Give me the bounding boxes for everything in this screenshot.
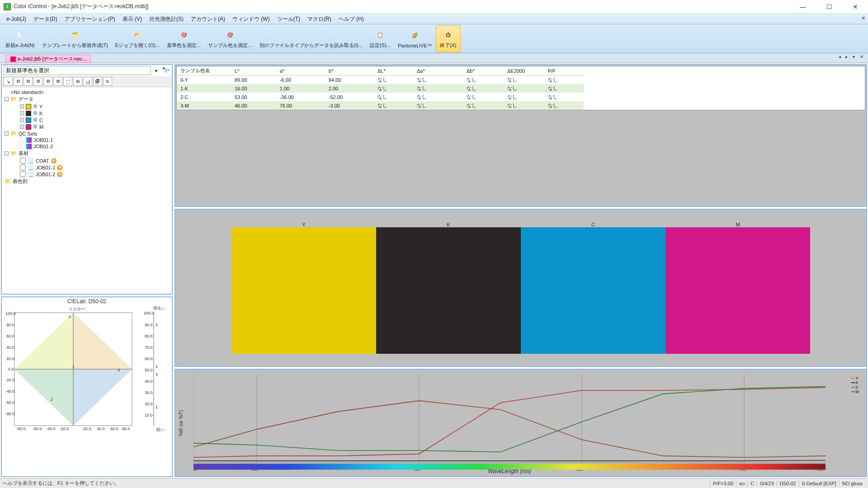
- tree-sub-job01-1[interactable]: 📃JOB01-1✖: [5, 164, 169, 171]
- cielab-l-bar[interactable]: 100.090.080.070.060.050.040.030.020.010.…: [144, 308, 164, 430]
- svg-text:60.0: 60.0: [145, 357, 153, 361]
- svg-text:20.0: 20.0: [145, 402, 153, 406]
- svg-text:90.0: 90.0: [145, 323, 153, 327]
- menu-help[interactable]: ヘルプ (H): [335, 14, 368, 24]
- menu-window[interactable]: ウィンドウ (W): [229, 14, 274, 24]
- tb-import-other[interactable]: 別のファイルタイプからデータを読み取る(I)...: [256, 25, 367, 52]
- tb-measure-sample[interactable]: 🎯サンプル色を測定...: [204, 25, 255, 52]
- tb-open-ejob[interactable]: 📂Eジョブを開く(O)...: [112, 25, 163, 52]
- svg-text:40.0: 40.0: [145, 379, 153, 384]
- svg-rect-46: [193, 374, 826, 463]
- standard-tree[interactable]: <No standard> -データ +⚙Y +⚙K +⚙C +⚙M -QC S…: [2, 87, 172, 294]
- cielab-top-label: イエロー: [69, 306, 85, 312]
- mb-btn-6[interactable]: ⧉: [53, 77, 62, 86]
- mb-btn-3[interactable]: ⧉: [24, 77, 33, 86]
- color-swatch[interactable]: [521, 227, 665, 354]
- standard-selector-panel: ▾ 🔭 ↘ ⧉ ⧉ ⧉ ⧉ ⧉ ⬚ ✉ 📊 🗐 ↻ <No standard> …: [1, 64, 173, 295]
- table-row[interactable]: 1-K16.001.002.00なしなしなしなしなし: [177, 84, 584, 93]
- mdi-close-icon[interactable]: ×: [862, 14, 865, 22]
- mb-btn-5[interactable]: ⧉: [43, 77, 52, 86]
- menu-application[interactable]: アプリケーション(P): [61, 14, 119, 24]
- window-close[interactable]: ✕: [846, 1, 864, 12]
- svg-text:30.0: 30.0: [145, 390, 153, 395]
- color-swatch-panel: YKCM: [175, 209, 867, 367]
- pantone-icon: 🌈: [409, 29, 421, 42]
- doc-tab-label: e-Job2.jb5 [データベース=eo...: [18, 56, 86, 62]
- svg-text:-80.0: -80.0: [16, 427, 26, 430]
- color-swatch[interactable]: [665, 227, 810, 354]
- target-sample-icon: 🎯: [224, 28, 236, 41]
- menu-spectro[interactable]: 分光測色計(S): [146, 14, 187, 24]
- svg-text:-60.0: -60.0: [5, 400, 15, 405]
- svg-text:3: 3: [118, 368, 120, 372]
- color-swatch[interactable]: [231, 227, 376, 354]
- tab-nav-glyphs[interactable]: ◂ ▸ ▾ ✕: [839, 54, 865, 59]
- window-maximize[interactable]: ☐: [820, 1, 838, 12]
- binoculars-icon[interactable]: 🔭: [161, 67, 170, 74]
- table-row[interactable]: 0-Y89.00-6.0094.00なしなしなしなしなし: [177, 75, 584, 84]
- menu-macro[interactable]: マクロ(R): [304, 14, 335, 24]
- tb-settings[interactable]: 📋設定(S)...: [366, 25, 394, 52]
- color-swatch[interactable]: [376, 227, 521, 354]
- standard-select-input[interactable]: [4, 66, 151, 75]
- mb-btn-8[interactable]: ✉: [73, 77, 82, 86]
- svg-text:60.0: 60.0: [6, 334, 14, 338]
- data-table[interactable]: サンプル色名 L* a* b* ΔL* Δa* Δb* ΔE2000 P/F 0…: [177, 66, 584, 110]
- svg-text:20.0: 20.0: [83, 427, 91, 430]
- mb-btn-10[interactable]: 🗐: [93, 77, 102, 86]
- window-minimize[interactable]: ―: [794, 1, 812, 12]
- tb-new-from-template[interactable]: 🗂️テンプレートから新規作成(T): [38, 25, 112, 52]
- table-row[interactable]: 2-C53.00-36.00-52.00なしなしなしなしなし: [177, 93, 584, 101]
- status-help-text: ヘルプを表示するには、F1 キーを押してください。: [3, 480, 710, 487]
- menu-view[interactable]: 表示 (V): [119, 14, 146, 24]
- mb-btn-2[interactable]: ⧉: [14, 77, 23, 86]
- tree-item-k[interactable]: +⚙K: [5, 110, 169, 117]
- standard-dropdown-icon[interactable]: ▾: [153, 68, 159, 73]
- tree-no-standard[interactable]: <No standard>: [5, 89, 169, 95]
- tree-item-c[interactable]: +⚙C: [5, 117, 169, 123]
- mb-btn-4[interactable]: ⧉: [33, 77, 42, 86]
- tb-pantonelive[interactable]: 🌈PantoneLIVE™: [394, 25, 436, 52]
- tree-sub-job01-2[interactable]: 📃JOB01-2✖: [5, 171, 169, 178]
- menu-ejob[interactable]: e-Job(J): [3, 14, 30, 24]
- status-bar: ヘルプを表示するには、F1 キーを押してください。 P/F=3.00eoC0/4…: [0, 478, 868, 488]
- tree-group-substrate[interactable]: -基材: [5, 150, 169, 157]
- menu-account[interactable]: アカウント(A): [187, 14, 229, 24]
- template-icon: 🗂️: [69, 28, 81, 41]
- doc-tab-active[interactable]: e-Job2.jb5 [データベース=eo...: [5, 55, 91, 63]
- svg-text:80.0: 80.0: [145, 334, 153, 338]
- tree-job01-1[interactable]: JOB01-1: [5, 137, 169, 143]
- tb-new-ejob[interactable]: 📄新規e-Job(N): [2, 25, 38, 52]
- tb-exit[interactable]: ⏻終了(X): [436, 25, 461, 52]
- table-row[interactable]: 3-M46.0076.00-3.00なしなしなしなしなし: [177, 101, 584, 110]
- tree-job01-2[interactable]: JOB01-2: [5, 143, 169, 150]
- spectral-xlabel: WaveLength (nm): [488, 468, 531, 474]
- tree-group-qcsets[interactable]: -QC Sets: [5, 130, 169, 137]
- tree-group-colorant[interactable]: 着色剤: [5, 178, 169, 185]
- svg-text:1: 1: [156, 405, 158, 409]
- mb-btn-11[interactable]: ↻: [103, 77, 112, 86]
- cielab-right-label: 明るい: [153, 305, 165, 311]
- tree-sub-coat[interactable]: 📃COAT✖: [5, 157, 169, 164]
- tree-group-data[interactable]: -データ: [5, 95, 169, 103]
- tb-measure-standard[interactable]: 🎯基準色を測定...: [163, 25, 204, 52]
- new-file-icon: 📄: [14, 28, 26, 41]
- mb-btn-7[interactable]: ⬚: [63, 77, 72, 86]
- menu-tool[interactable]: ツール(T): [274, 14, 304, 24]
- mb-btn-1[interactable]: ↘: [4, 77, 13, 86]
- import-icon: [305, 28, 317, 41]
- cielab-title: CIELab: D50-02: [2, 297, 172, 305]
- svg-text:-60.0: -60.0: [33, 427, 42, 430]
- menu-data[interactable]: データ(D): [30, 14, 61, 24]
- cielab-panel: CIELab: D50-02 100: [1, 296, 173, 477]
- cielab-ab-plot[interactable]: 100.080.060.040.020.00.0-20.0-40.0-60.0-…: [5, 308, 141, 430]
- tree-item-m[interactable]: +⚙M: [5, 123, 169, 130]
- tree-item-y[interactable]: +⚙Y: [5, 103, 169, 110]
- open-folder-icon: 📂: [131, 28, 144, 41]
- spectral-plot[interactable]: 100806040200 360400500600700750: [193, 374, 826, 473]
- mb-btn-9[interactable]: 📊: [83, 77, 92, 86]
- svg-text:1: 1: [72, 365, 75, 369]
- svg-text:80.0: 80.0: [122, 427, 130, 430]
- cielab-bottom-label: 暗い: [156, 427, 165, 433]
- warn-badge-icon: ✖: [57, 172, 62, 177]
